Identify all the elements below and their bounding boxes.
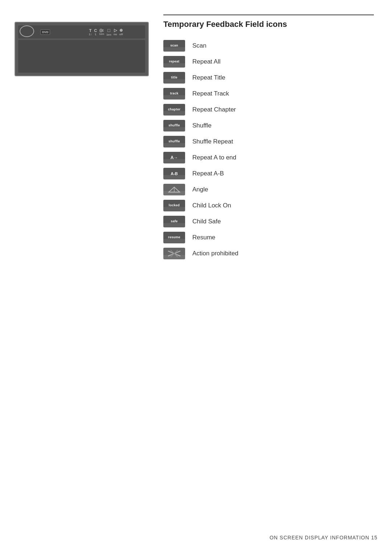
angle-label: Angle [192,186,208,193]
prohibited-badge [163,248,185,259]
resume-badge-text: resume [168,236,180,239]
repeat-title-label: Repeat Title [192,74,225,81]
dvd-display-panel: DVD T 1↕ C 1 ((ε 1en [15,22,149,80]
locked-badge: locked [163,200,185,211]
scan-label: Scan [192,42,207,49]
audio-value: 1en [99,32,104,36]
list-item: Angle [163,182,374,198]
list-item: A-B Repeat A-B [163,166,374,182]
title-icon: T 1↕ [89,28,92,36]
repeat-badge-text: repeat [169,60,180,64]
child-safe-label: Child Safe [192,218,221,225]
list-item: title Repeat Title [163,70,374,86]
chapter-value: 1 [95,33,96,36]
resume-badge: resume [163,232,185,243]
aspect-icon: □ 1en [106,28,111,36]
locked-badge-text: locked [169,204,180,207]
section-title: Temporary Feedback Field icons [163,20,374,29]
repeat-badge: repeat [163,56,185,68]
track-badge-text: track [170,92,178,96]
zoom-icon: ⊕ off [119,28,123,36]
icons-list: scan Scan repeat Repeat All title [163,38,374,262]
audio-icon: ((ε 1en [99,28,104,36]
list-item: locked Child Lock On [163,198,374,214]
list-item: A→ Repeat A to end [163,150,374,166]
aspect-value: 1en [106,33,111,36]
list-item: safe Child Safe [163,214,374,230]
child-lock-label: Child Lock On [192,202,231,209]
chapter-badge: chapter [163,104,185,116]
shuffle-repeat-badge-text: shuffle [168,140,180,143]
repeat-ab-badge: A-B [163,168,185,179]
shuffle-repeat-badge: shuffle [163,136,185,147]
shuffle-badge: shuffle [163,120,185,131]
repeat-a-badge: A→ [163,152,185,163]
dvd-circle-overlay [20,25,34,37]
angle-badge [163,184,185,195]
scan-badge-text: scan [170,44,178,48]
action-prohibited-label: Action prohibited [192,250,238,257]
dvd-label: DVD [40,29,50,35]
resume-label: Resume [192,234,215,241]
dvd-top-bar: DVD T 1↕ C 1 ((ε 1en [18,25,145,39]
list-item: scan Scan [163,38,374,54]
arrow-value: no [114,33,117,36]
footer-text: ON SCREEN DISPLAY INFORMATION 15 [270,535,377,540]
shuffle-label: Shuffle [192,122,212,129]
chapter-badge-text: chapter [168,108,181,112]
safe-badge-text: safe [171,220,177,223]
list-item: track Repeat Track [163,86,374,102]
list-item: resume Resume [163,230,374,246]
safe-badge: safe [163,216,185,227]
repeat-a-end-label: Repeat A to end [192,154,236,161]
shuffle-badge-text: shuffle [168,124,180,127]
repeat-ab-label: Repeat A-B [192,170,224,177]
repeat-all-label: Repeat All [192,58,221,65]
list-item: repeat Repeat All [163,54,374,70]
scan-badge: scan [163,40,185,52]
title-value: 1↕ [89,33,92,36]
repeat-track-label: Repeat Track [192,90,229,97]
zoom-value: off [119,33,123,36]
right-panel: Temporary Feedback Field icons scan Scan… [163,15,374,262]
chapter-icon: C 1 [94,28,97,36]
list-item: shuffle Shuffle [163,118,374,134]
title-badge: title [163,72,185,84]
track-badge: track [163,88,185,100]
page-footer: ON SCREEN DISPLAY INFORMATION 15 [270,535,377,540]
title-badge-text: title [171,76,177,80]
list-item: Action prohibited [163,246,374,262]
dvd-screen: DVD T 1↕ C 1 ((ε 1en [15,22,149,76]
title-divider [163,15,374,15]
list-item: shuffle Shuffle Repeat [163,134,374,150]
list-item: chapter Repeat Chapter [163,102,374,118]
shuffle-repeat-label: Shuffle Repeat [192,138,233,145]
arrow-icon: ▷ no [114,28,117,36]
repeat-chapter-label: Repeat Chapter [192,106,236,113]
dvd-top-icons: T 1↕ C 1 ((ε 1en □ 1en [89,28,123,36]
dvd-bottom-area [18,40,145,73]
